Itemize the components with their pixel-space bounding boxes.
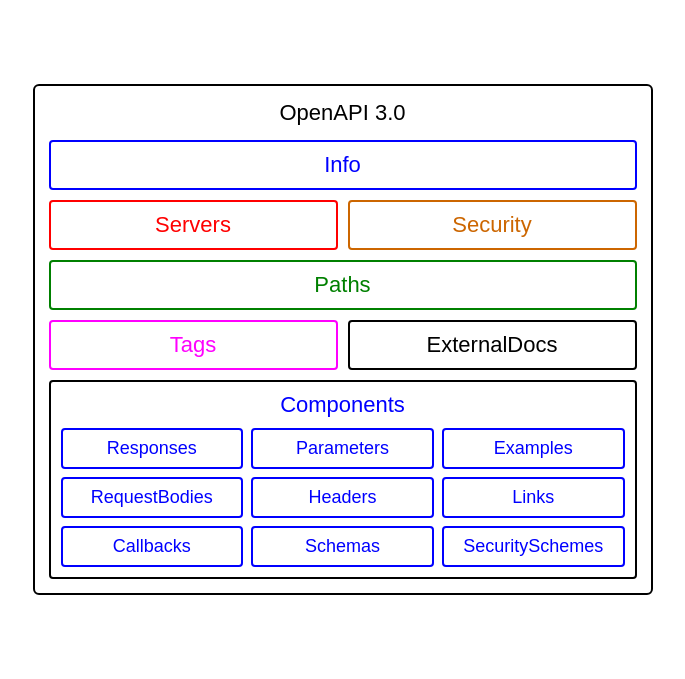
examples-label: Examples bbox=[494, 438, 573, 459]
externaldocs-label: ExternalDocs bbox=[427, 332, 558, 358]
securityschemes-box: SecuritySchemes bbox=[442, 526, 625, 567]
info-label: Info bbox=[324, 152, 361, 178]
paths-box: Paths bbox=[49, 260, 637, 310]
components-row-1: Responses Parameters Examples bbox=[61, 428, 625, 469]
servers-label: Servers bbox=[155, 212, 231, 238]
components-title: Components bbox=[61, 392, 625, 418]
callbacks-label: Callbacks bbox=[113, 536, 191, 557]
responses-box: Responses bbox=[61, 428, 244, 469]
components-row-3: Callbacks Schemas SecuritySchemes bbox=[61, 526, 625, 567]
security-label: Security bbox=[452, 212, 531, 238]
openapi-diagram: OpenAPI 3.0 Info Servers Security Paths … bbox=[33, 84, 653, 595]
schemas-box: Schemas bbox=[251, 526, 434, 567]
servers-security-row: Servers Security bbox=[49, 200, 637, 250]
tags-label: Tags bbox=[170, 332, 216, 358]
servers-box: Servers bbox=[49, 200, 338, 250]
parameters-box: Parameters bbox=[251, 428, 434, 469]
schemas-label: Schemas bbox=[305, 536, 380, 557]
links-box: Links bbox=[442, 477, 625, 518]
callbacks-box: Callbacks bbox=[61, 526, 244, 567]
diagram-title: OpenAPI 3.0 bbox=[49, 100, 637, 126]
requestbodies-box: RequestBodies bbox=[61, 477, 244, 518]
headers-box: Headers bbox=[251, 477, 434, 518]
externaldocs-box: ExternalDocs bbox=[348, 320, 637, 370]
links-label: Links bbox=[512, 487, 554, 508]
requestbodies-label: RequestBodies bbox=[91, 487, 213, 508]
responses-label: Responses bbox=[107, 438, 197, 459]
security-box: Security bbox=[348, 200, 637, 250]
securityschemes-label: SecuritySchemes bbox=[463, 536, 603, 557]
tags-box: Tags bbox=[49, 320, 338, 370]
tags-externaldocs-row: Tags ExternalDocs bbox=[49, 320, 637, 370]
parameters-label: Parameters bbox=[296, 438, 389, 459]
info-box: Info bbox=[49, 140, 637, 190]
components-box: Components Responses Parameters Examples… bbox=[49, 380, 637, 579]
components-row-2: RequestBodies Headers Links bbox=[61, 477, 625, 518]
examples-box: Examples bbox=[442, 428, 625, 469]
paths-label: Paths bbox=[314, 272, 370, 298]
headers-label: Headers bbox=[308, 487, 376, 508]
